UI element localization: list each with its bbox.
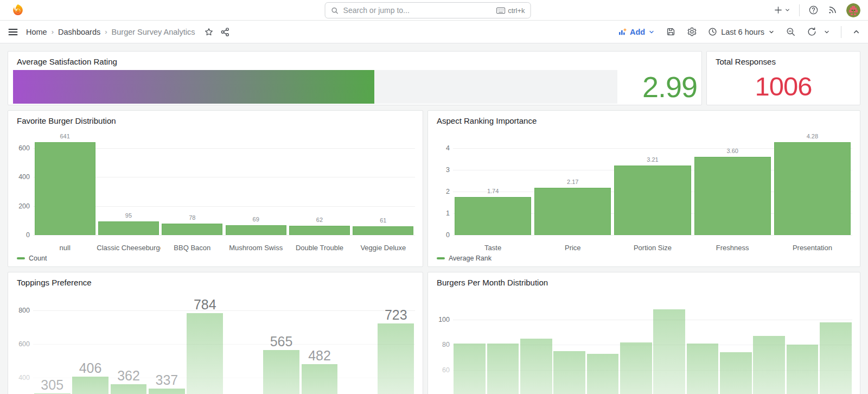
breadcrumb-home[interactable]: Home [26, 28, 47, 36]
bar[interactable] [378, 323, 414, 394]
bar[interactable] [454, 344, 486, 394]
y-tick-label: 400 [11, 173, 30, 181]
y-tick-label: 60 [431, 366, 450, 374]
bar[interactable] [35, 142, 95, 235]
y-tick-label: 400 [11, 374, 30, 382]
time-range-picker[interactable]: Last 6 hours [708, 27, 775, 36]
y-tick-label: 1 [431, 209, 450, 217]
bar[interactable] [289, 226, 350, 235]
legend-item[interactable]: Count [17, 255, 47, 262]
y-tick-label: 4 [431, 144, 450, 152]
grafana-logo-icon[interactable] [11, 3, 25, 17]
x-tick-label: Classic Cheeseburger [97, 244, 160, 252]
bar[interactable] [263, 350, 299, 394]
search-shortcut-hint: ctrl+k [496, 7, 525, 15]
bar[interactable] [820, 322, 852, 394]
bar[interactable] [774, 142, 851, 235]
bar[interactable] [620, 342, 652, 394]
bar[interactable] [787, 345, 819, 394]
bar[interactable] [226, 225, 286, 235]
stat-value: 1006 [707, 71, 860, 101]
y-tick-label: 0 [11, 231, 30, 239]
news-rss-icon[interactable] [827, 5, 838, 15]
breadcrumb-current-dashboard: Burger Survey Analytics [112, 28, 195, 36]
panel-title[interactable]: Aspect Ranking Importance [437, 116, 537, 125]
bar[interactable] [302, 364, 338, 394]
y-tick-label: 0 [431, 231, 450, 239]
bar[interactable] [149, 389, 185, 394]
bar[interactable] [487, 344, 519, 394]
bar[interactable] [653, 309, 685, 394]
search-input[interactable] [343, 6, 492, 15]
bar[interactable] [753, 336, 785, 394]
legend-label: Count [29, 255, 47, 262]
bar[interactable] [111, 384, 147, 394]
refresh-icon[interactable] [807, 27, 817, 37]
panel-title[interactable]: Toppings Preference [17, 278, 92, 287]
panel-average-satisfaction-rating: Average Satisfaction Rating 2.99 [8, 51, 702, 105]
bar-value-label: 3.21 [612, 156, 692, 163]
bar[interactable] [587, 354, 619, 394]
bar-value-label: 482 [301, 348, 339, 364]
panel-title[interactable]: Average Satisfaction Rating [17, 57, 117, 66]
y-tick-label: 200 [11, 202, 30, 210]
bar[interactable] [694, 157, 771, 235]
legend-item[interactable]: Average Rank [437, 255, 492, 262]
bar[interactable] [455, 197, 531, 235]
bar[interactable] [687, 344, 719, 394]
share-icon[interactable] [220, 27, 230, 37]
bar-chart-favorite-burger: 02004006006419578696261nullClassic Chees… [8, 111, 423, 266]
help-icon[interactable] [808, 5, 819, 15]
panel-title[interactable]: Burgers Per Month Distribution [437, 278, 548, 287]
bar[interactable] [98, 221, 159, 235]
bar[interactable] [534, 188, 611, 235]
bar-value-label: 61 [352, 217, 415, 224]
gridline [453, 320, 852, 320]
legend-swatch [437, 257, 445, 259]
add-panel-icon [618, 28, 627, 36]
gauge-value: 2.99 [617, 70, 697, 104]
y-tick-label: 600 [11, 340, 30, 348]
search-box[interactable]: ctrl+k [325, 2, 531, 18]
bar-value-label: 4.28 [773, 133, 852, 139]
panel-total-responses: Total Responses 1006 [706, 51, 860, 105]
dashboard-grid: Average Satisfaction Rating 2.99 Total R… [0, 43, 868, 394]
bar[interactable] [187, 313, 223, 394]
y-tick-label: 3 [431, 166, 450, 174]
y-tick-label: 100 [431, 316, 450, 323]
bar[interactable] [162, 224, 222, 235]
bar-value-label: 95 [97, 212, 160, 219]
bar[interactable] [72, 377, 108, 394]
new-plus-button[interactable] [774, 5, 790, 15]
bar[interactable] [353, 226, 413, 235]
y-tick-label: 2 [431, 188, 450, 195]
zoom-out-icon[interactable] [786, 27, 796, 37]
menu-hamburger-icon[interactable] [8, 27, 18, 37]
bar[interactable] [553, 351, 585, 394]
favorite-star-icon[interactable] [204, 27, 214, 37]
bar[interactable] [614, 166, 691, 235]
bar[interactable] [520, 339, 552, 394]
x-tick-label: Presentation [773, 244, 852, 252]
collapse-toolbar-icon[interactable] [852, 28, 860, 36]
breadcrumb-dashboards[interactable]: Dashboards [58, 28, 100, 36]
gridline [33, 344, 415, 345]
y-tick-label: 80 [431, 341, 450, 348]
bar-gauge-fill [13, 70, 374, 104]
bar-value-label: 3.60 [693, 148, 773, 154]
panel-title[interactable]: Total Responses [716, 57, 776, 66]
bar-gauge-track [13, 70, 617, 104]
settings-gear-icon[interactable] [687, 27, 697, 37]
panel-burgers-per-month: Burgers Per Month Distribution 6080100 [427, 272, 860, 394]
x-tick-label: Mushroom Swiss [224, 244, 288, 252]
bar[interactable] [720, 352, 752, 394]
add-button[interactable]: Add [618, 28, 655, 36]
panel-aspect-ranking-importance: Aspect Ranking Importance 012341.742.173… [427, 110, 860, 267]
save-dashboard-icon[interactable] [666, 27, 676, 37]
refresh-interval-chevron-icon[interactable] [824, 29, 830, 35]
panel-title[interactable]: Favorite Burger Distribution [17, 116, 116, 125]
bar-value-label: 2.17 [533, 179, 612, 185]
user-avatar[interactable] [846, 3, 860, 17]
bar-value-label: 337 [148, 372, 186, 388]
breadcrumb: Home › Dashboards › Burger Survey Analyt… [26, 28, 195, 36]
